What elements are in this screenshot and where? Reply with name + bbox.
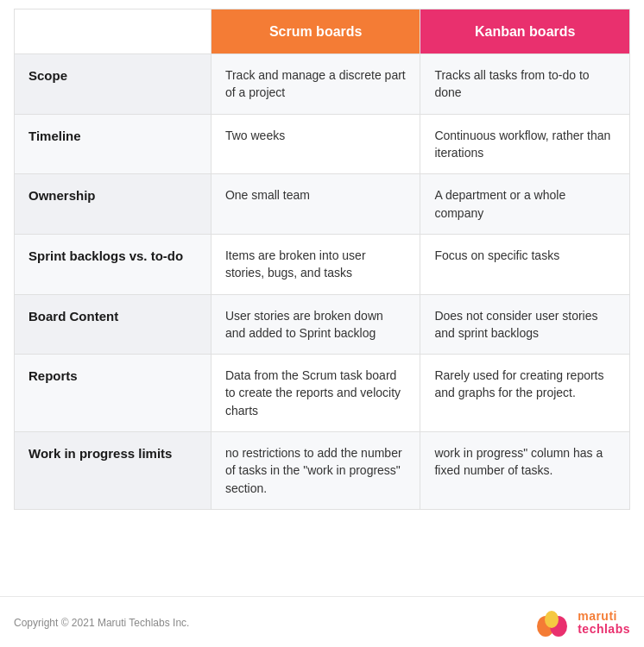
table-row: OwnershipOne small teamA department or a… — [15, 174, 630, 235]
scrum-value-cell: One small team — [211, 174, 420, 235]
kanban-value-cell: Does not consider user stories and sprin… — [420, 294, 630, 355]
feature-label-cell: Work in progress limits — [15, 432, 212, 510]
scrum-value-cell: Two weeks — [211, 114, 420, 174]
kanban-value-cell: Continuous workflow, rather than iterati… — [420, 114, 630, 174]
scrum-value-cell: no restrictions to add the number of tas… — [211, 432, 420, 510]
table-row: Sprint backlogs vs. to-doItems are broke… — [15, 234, 630, 294]
table-row: Board ContentUser stories are broken dow… — [15, 294, 630, 355]
logo-text: maruti techlabs — [578, 610, 630, 637]
scrum-value-cell: Items are broken into user stories, bugs… — [211, 234, 420, 294]
kanban-value-cell: Rarely used for creating reports and gra… — [420, 355, 630, 432]
svg-point-2 — [545, 611, 559, 628]
table-row: Work in progress limitsno restrictions t… — [15, 432, 630, 510]
scrum-value-cell: Track and manage a discrete part of a pr… — [211, 54, 420, 115]
scrum-header: Scrum boards — [211, 9, 420, 54]
maruti-techlabs-logo-icon — [533, 607, 571, 638]
feature-label-cell: Sprint backlogs vs. to-do — [15, 234, 212, 294]
feature-label-cell: Scope — [15, 54, 212, 115]
table-row: ScopeTrack and manage a discrete part of… — [15, 54, 630, 115]
kanban-header: Kanban boards — [420, 9, 630, 54]
copyright-text: Copyright © 2021 Maruti Techlabs Inc. — [14, 617, 189, 629]
kanban-value-cell: work in progress" column has a fixed num… — [420, 432, 630, 510]
empty-header — [15, 9, 212, 54]
logo-area: maruti techlabs — [533, 607, 630, 638]
scrum-value-cell: Data from the Scrum task board to create… — [211, 355, 420, 432]
table-row: TimelineTwo weeksContinuous workflow, ra… — [15, 114, 630, 174]
comparison-table-container: Scrum boards Kanban boards ScopeTrack an… — [0, 0, 644, 591]
comparison-table: Scrum boards Kanban boards ScopeTrack an… — [14, 9, 630, 510]
page-footer: Copyright © 2021 Maruti Techlabs Inc. ma… — [0, 596, 644, 647]
kanban-value-cell: A department or a whole company — [420, 174, 630, 235]
kanban-value-cell: Tracks all tasks from to-do to done — [420, 54, 630, 115]
feature-label-cell: Board Content — [15, 294, 212, 355]
feature-label-cell: Reports — [15, 355, 212, 432]
kanban-value-cell: Focus on specific tasks — [420, 234, 630, 294]
feature-label-cell: Ownership — [15, 174, 212, 235]
table-row: ReportsData from the Scrum task board to… — [15, 355, 630, 432]
scrum-value-cell: User stories are broken down and added t… — [211, 294, 420, 355]
logo-techlabs: techlabs — [578, 623, 630, 636]
feature-label-cell: Timeline — [15, 114, 212, 174]
logo-maruti: maruti — [578, 610, 630, 623]
